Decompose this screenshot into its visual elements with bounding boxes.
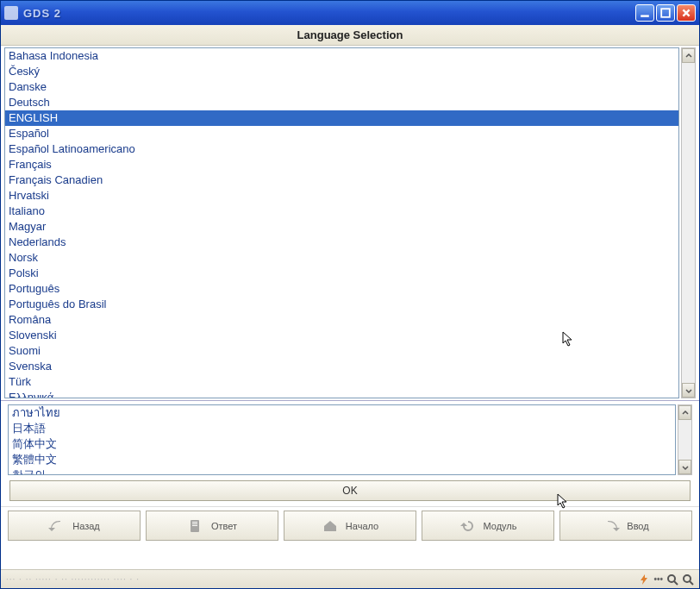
enter-button[interactable]: Ввод [559, 511, 692, 541]
home-button[interactable]: Начало [284, 511, 416, 541]
window-title: GDS 2 [23, 7, 61, 20]
svg-point-8 [684, 575, 691, 582]
list-item[interactable]: Español Latinoamericano [5, 141, 678, 157]
scroll-track[interactable] [682, 63, 695, 383]
page-title: Language Selection [297, 28, 403, 41]
list-item[interactable]: Slovenski [5, 328, 678, 343]
svg-rect-3 [192, 522, 197, 523]
list-item[interactable]: ภาษาไทย [9, 405, 675, 421]
bottom-nav: Назад Ответ Начало Модуль [1, 506, 699, 544]
list-item[interactable]: 한국의 [9, 467, 675, 475]
ok-row: OK [1, 479, 699, 506]
svg-rect-4 [192, 523, 197, 524]
home-icon [322, 519, 339, 533]
svg-point-6 [668, 575, 675, 582]
list-item[interactable]: Português [5, 281, 678, 297]
list-item[interactable]: Français [5, 157, 678, 172]
svg-rect-0 [641, 15, 649, 16]
bolt-icon [638, 573, 650, 586]
language-list-top-area: Bahasa IndonesiaČeskýDanskeDeutschENGLIS… [1, 46, 699, 401]
ok-button[interactable]: OK [9, 480, 691, 501]
module-button[interactable]: Модуль [422, 511, 554, 541]
chevron-down-icon [682, 464, 689, 471]
list-item[interactable]: Türk [5, 374, 678, 390]
language-list-bottom[interactable]: ภาษาไทย日本語简体中文繁體中文한국의 [8, 404, 676, 475]
magnifier-icon[interactable] [666, 573, 678, 586]
list-item[interactable]: Hrvatski [5, 188, 678, 204]
list-item[interactable]: Bahasa Indonesia [5, 48, 678, 64]
page-header: Language Selection [1, 25, 699, 46]
close-icon [681, 8, 691, 18]
window-controls [635, 4, 696, 22]
status-bar: ··· · ·· ····· · ·· ············ ···· · … [1, 569, 699, 588]
scroll-up-button[interactable] [678, 405, 691, 420]
minimize-icon [640, 8, 650, 18]
app-window: GDS 2 Language Selection Bahasa Indonesi… [0, 0, 700, 589]
app-icon [4, 6, 18, 20]
document-icon [187, 519, 204, 533]
svg-line-7 [674, 581, 678, 585]
list-item[interactable]: 繁體中文 [9, 452, 675, 467]
list-item[interactable]: Suomi [5, 343, 678, 359]
forward-arrow-icon [603, 519, 620, 533]
back-label: Назад [72, 521, 100, 531]
close-button[interactable] [677, 4, 696, 22]
magnifier-icon[interactable] [682, 573, 694, 586]
home-label: Начало [346, 521, 378, 531]
list-item[interactable]: Český [5, 64, 678, 79]
chevron-down-icon [685, 387, 692, 394]
minimize-button[interactable] [635, 4, 654, 22]
list-item[interactable]: Nederlands [5, 235, 678, 250]
list-item[interactable]: Norsk [5, 250, 678, 266]
back-arrow-icon [48, 519, 66, 533]
title-left: GDS 2 [4, 6, 61, 20]
list-item[interactable]: Deutsch [5, 95, 678, 110]
list-item[interactable]: Italiano [5, 204, 678, 219]
enter-label: Ввод [627, 521, 648, 531]
scroll-up-button[interactable] [682, 48, 695, 63]
list-item[interactable]: Español [5, 126, 678, 141]
svg-rect-1 [661, 9, 670, 17]
list-item[interactable]: Português do Brasil [5, 297, 678, 312]
chevron-up-icon [685, 53, 692, 60]
list-item[interactable]: Ελληνικά [5, 390, 678, 398]
list-item[interactable]: ENGLISH [5, 110, 678, 126]
scroll-down-button[interactable] [678, 460, 691, 474]
back-button[interactable]: Назад [8, 511, 141, 541]
maximize-icon [660, 8, 671, 18]
list-item[interactable]: Polski [5, 266, 678, 281]
module-label: Модуль [484, 521, 517, 531]
language-list-top[interactable]: Bahasa IndonesiaČeskýDanskeDeutschENGLIS… [4, 47, 679, 398]
scroll-track[interactable] [678, 420, 691, 460]
content-area: Bahasa IndonesiaČeskýDanskeDeutschENGLIS… [1, 46, 699, 569]
status-text: ··· · ·· ····· · ·· ············ ···· · … [6, 574, 140, 584]
chevron-up-icon [682, 410, 689, 417]
list-item[interactable]: Româna [5, 312, 678, 328]
list-item[interactable]: 简体中文 [9, 436, 675, 452]
list-item[interactable]: 日本語 [9, 421, 675, 436]
answer-button[interactable]: Ответ [146, 511, 278, 541]
status-dots: ••• [653, 574, 663, 584]
refresh-icon [459, 519, 477, 533]
answer-label: Ответ [211, 521, 237, 531]
list-item[interactable]: Svenska [5, 359, 678, 374]
list-item[interactable]: Magyar [5, 219, 678, 235]
scrollbar-bottom[interactable] [678, 404, 692, 475]
scroll-down-button[interactable] [682, 383, 695, 398]
language-list-bottom-area: ภาษาไทย日本語简体中文繁體中文한국의 [1, 401, 699, 479]
list-item[interactable]: Danske [5, 79, 678, 95]
scrollbar-top[interactable] [681, 47, 696, 398]
svg-rect-5 [192, 525, 197, 526]
titlebar[interactable]: GDS 2 [1, 1, 699, 25]
list-item[interactable]: Français Canadien [5, 172, 678, 188]
status-icons: ••• [638, 573, 694, 586]
maximize-button[interactable] [656, 4, 675, 22]
svg-line-9 [690, 581, 693, 585]
